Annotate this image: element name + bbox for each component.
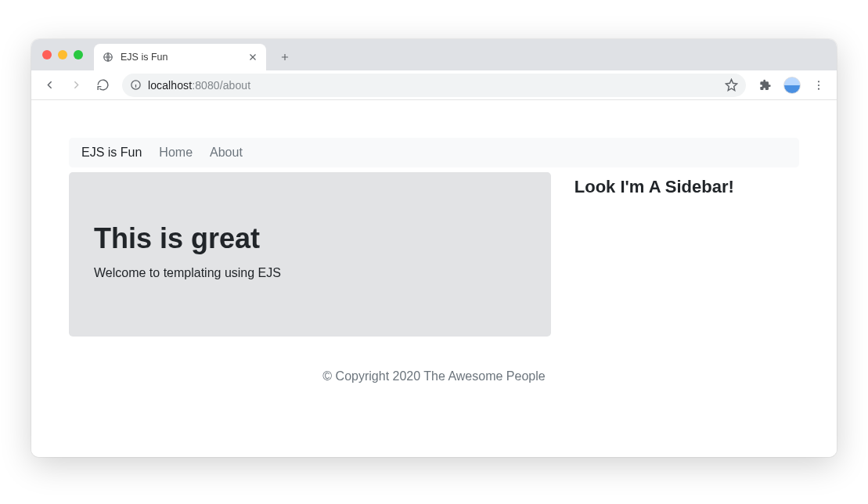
nav-link-home[interactable]: Home <box>159 146 193 160</box>
window-controls <box>42 50 83 59</box>
browser-tab[interactable]: EJS is Fun <box>94 44 266 70</box>
page-footer: © Copyright 2020 The Awesome People <box>69 369 799 383</box>
jumbotron: This is great Welcome to templating usin… <box>69 172 551 337</box>
url-text: localhost:8080/about <box>148 79 719 92</box>
tab-title: EJS is Fun <box>121 52 241 63</box>
tab-strip: EJS is Fun <box>31 39 837 70</box>
svg-point-2 <box>818 81 819 82</box>
browser-window: EJS is Fun <box>31 39 837 457</box>
sidebar: Look I'm A Sidebar! <box>574 172 799 337</box>
back-button[interactable] <box>38 74 61 97</box>
forward-button[interactable] <box>64 74 88 97</box>
window-close-button[interactable] <box>42 50 52 59</box>
svg-point-4 <box>818 88 819 89</box>
svg-point-3 <box>818 84 819 85</box>
page-navbar: EJS is Fun Home About <box>69 138 799 167</box>
nav-link-about[interactable]: About <box>210 146 243 160</box>
tabs: EJS is Fun <box>94 39 296 70</box>
address-bar[interactable]: localhost:8080/about <box>122 74 746 97</box>
url-host: localhost <box>148 79 192 92</box>
close-icon[interactable] <box>247 52 258 63</box>
window-maximize-button[interactable] <box>74 50 83 59</box>
sidebar-heading: Look I'm A Sidebar! <box>574 177 799 197</box>
site-info-icon[interactable] <box>130 79 142 91</box>
jumbotron-heading: This is great <box>94 222 526 255</box>
browser-toolbar: localhost:8080/about <box>31 70 837 100</box>
extensions-icon[interactable] <box>754 74 777 97</box>
bookmark-star-icon[interactable] <box>725 78 738 92</box>
page-row: This is great Welcome to templating usin… <box>69 172 799 337</box>
window-minimize-button[interactable] <box>58 50 67 59</box>
url-path: :8080/about <box>192 79 250 92</box>
navbar-brand[interactable]: EJS is Fun <box>81 146 142 160</box>
globe-icon <box>102 51 114 63</box>
profile-avatar[interactable] <box>783 77 801 94</box>
new-tab-button[interactable] <box>274 46 296 68</box>
jumbotron-text: Welcome to templating using EJS <box>94 266 526 280</box>
reload-button[interactable] <box>91 74 114 97</box>
page-viewport: EJS is Fun Home About This is great Welc… <box>31 100 837 457</box>
kebab-menu-icon[interactable] <box>807 74 830 97</box>
